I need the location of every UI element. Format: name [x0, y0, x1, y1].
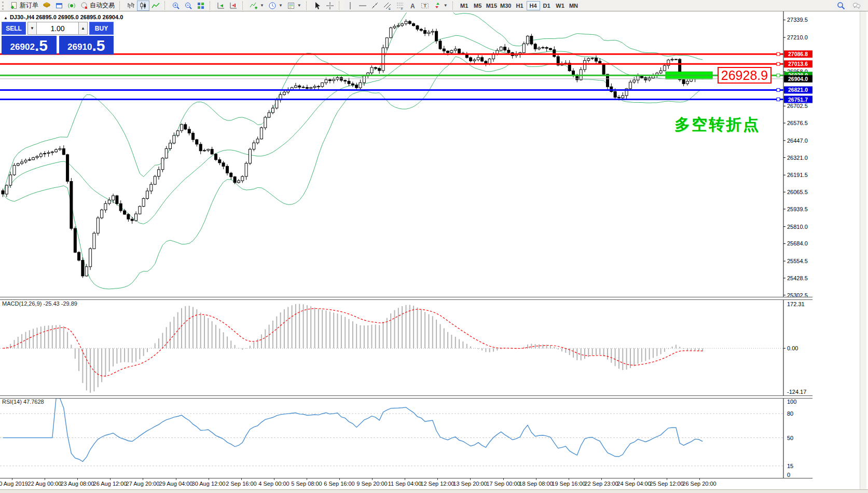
horizontal-line-button[interactable]: [356, 1, 369, 11]
svg-text:27339.5: 27339.5: [787, 17, 808, 23]
time-tick: [307, 478, 307, 480]
equidistant-channel-button[interactable]: E: [381, 1, 394, 11]
arrows-button[interactable]: ▼: [431, 1, 450, 11]
periods-button[interactable]: ▼: [266, 1, 285, 11]
svg-text:26904.0: 26904.0: [788, 76, 808, 82]
timeframe-m5-button[interactable]: M5: [471, 1, 485, 10]
h-line-icon: [359, 2, 367, 10]
autotrading-button[interactable]: 自动交易: [78, 1, 117, 11]
buy-button[interactable]: BUY: [89, 22, 114, 35]
price-callout-box[interactable]: 26928.9: [718, 67, 771, 84]
svg-text:A: A: [410, 2, 415, 9]
svg-text:26447.0: 26447.0: [787, 138, 808, 144]
svg-text:26821.0: 26821.0: [788, 87, 808, 93]
chart-window-button[interactable]: [53, 1, 65, 11]
timeframe-d1-button[interactable]: D1: [540, 1, 554, 10]
line-chart-button[interactable]: [149, 1, 162, 11]
timeframe-h1-button[interactable]: H1: [513, 1, 527, 10]
zoom-in-button[interactable]: [170, 1, 182, 11]
market-watch-button[interactable]: [40, 1, 53, 11]
svg-text:26576.5: 26576.5: [787, 120, 808, 126]
svg-text:T: T: [423, 3, 426, 8]
auto-scroll-button[interactable]: [215, 1, 227, 11]
indicators-button[interactable]: ▼: [247, 1, 266, 11]
candlestick-chart-button[interactable]: [137, 1, 149, 11]
signals-button[interactable]: [65, 1, 78, 11]
crosshair-button[interactable]: [324, 1, 336, 11]
sell-price-display[interactable]: 26902.5: [2, 36, 57, 54]
note-annotation[interactable]: 多空转折点: [674, 114, 760, 135]
label-t-icon: T: [421, 2, 429, 10]
sell-price-pips: .5: [35, 38, 48, 53]
text-button[interactable]: A: [406, 1, 419, 11]
svg-text:100: 100: [787, 399, 796, 405]
horizontal-line-27013.6[interactable]: [0, 62, 783, 65]
chart-title-text: DJ30-,H4 26895.0 26905.0 26895.0 26904.0: [10, 14, 123, 20]
channel-icon: E: [383, 2, 392, 10]
timeframe-m1-button[interactable]: M1: [458, 1, 471, 10]
chevron-down-icon: ▼: [279, 3, 283, 8]
svg-text:E: E: [389, 7, 391, 10]
chart-canvas[interactable]: 27339.527210.026958.026702.526576.526447…: [0, 11, 812, 489]
rsi-line: [3, 399, 703, 462]
chart-title: ▲DJ30-,H4 26895.0 26905.0 26895.0 26904.…: [4, 14, 123, 20]
time-tick: [405, 478, 405, 480]
horizontal-line-27086.8[interactable]: [0, 52, 783, 56]
fibonacci-button[interactable]: F: [394, 1, 406, 11]
vertical-scrollbar[interactable]: [860, 11, 866, 489]
chart-bars-icon: [127, 2, 135, 10]
collapse-triangle-icon[interactable]: ▲: [4, 16, 8, 20]
spin-up-icon: ▲: [81, 26, 85, 31]
volume-increase-button[interactable]: ▲: [78, 22, 88, 35]
time-tick: [437, 478, 438, 480]
search-button[interactable]: [835, 1, 847, 11]
timeframe-mn-button[interactable]: MN: [567, 1, 581, 10]
horizontal-line-26751.7[interactable]: [0, 98, 783, 101]
cursor-button[interactable]: [311, 1, 324, 11]
timeframe-m30-button[interactable]: M30: [499, 1, 513, 10]
svg-text:26702.5: 26702.5: [787, 103, 808, 109]
gold-book-icon: [43, 2, 51, 10]
rsi-axis[interactable]: 1008050150: [787, 399, 796, 478]
one-click-trading-panel: SELL ▼ ▲ BUY 26902.5 26910.5: [2, 22, 114, 54]
timeframe-m15-button[interactable]: M15: [485, 1, 499, 10]
tile-windows-button[interactable]: [195, 1, 207, 11]
toolbar-separator: [242, 2, 246, 10]
chevron-down-icon: ▼: [260, 3, 264, 8]
zoom-out-button[interactable]: [182, 1, 195, 11]
panel-divider-macd[interactable]: [0, 297, 812, 300]
chart-shift-button[interactable]: [227, 1, 240, 11]
svg-text:172.31: 172.31: [787, 301, 805, 307]
trendline-button[interactable]: [369, 1, 381, 11]
rsi-levels: [0, 414, 783, 466]
svg-text:25428.5: 25428.5: [787, 275, 808, 281]
templates-button[interactable]: ▼: [285, 1, 304, 11]
new-order-button[interactable]: 新订单: [8, 1, 40, 11]
time-tick: [339, 478, 340, 480]
text-label-button[interactable]: T: [419, 1, 431, 11]
clock-icon: [268, 2, 277, 10]
volume-decrease-button[interactable]: ▼: [27, 22, 37, 35]
timeframe-w1-button[interactable]: W1: [554, 1, 567, 10]
community-chat-button[interactable]: [850, 1, 863, 11]
toolbar-grip[interactable]: [2, 2, 6, 10]
svg-text:0.00: 0.00: [787, 345, 798, 351]
macd-label: MACD(12,26,9) -25.43 -29.89: [2, 300, 77, 307]
volume-spinner: ▼ ▲: [27, 22, 88, 35]
blue-window-icon: [55, 2, 63, 10]
crosshair-icon: [326, 2, 334, 10]
time-tick: [470, 478, 471, 480]
buy-price-display[interactable]: 26910.5: [59, 36, 114, 54]
sell-button[interactable]: SELL: [2, 22, 26, 35]
indicator-add-icon: [250, 2, 258, 10]
vertical-line-button[interactable]: [344, 1, 356, 11]
spin-down-icon: ▼: [30, 26, 34, 31]
zoom-out-icon: [184, 2, 192, 10]
timeframe-h4-button[interactable]: H4: [527, 1, 540, 10]
bar-chart-button[interactable]: [125, 1, 137, 11]
panel-divider-rsi[interactable]: [0, 395, 812, 399]
horizontal-line-26821[interactable]: [0, 88, 783, 91]
svg-text:50: 50: [787, 435, 793, 441]
volume-input[interactable]: [37, 22, 78, 35]
macd-axis[interactable]: 172.310.00-124.17: [783, 301, 806, 395]
